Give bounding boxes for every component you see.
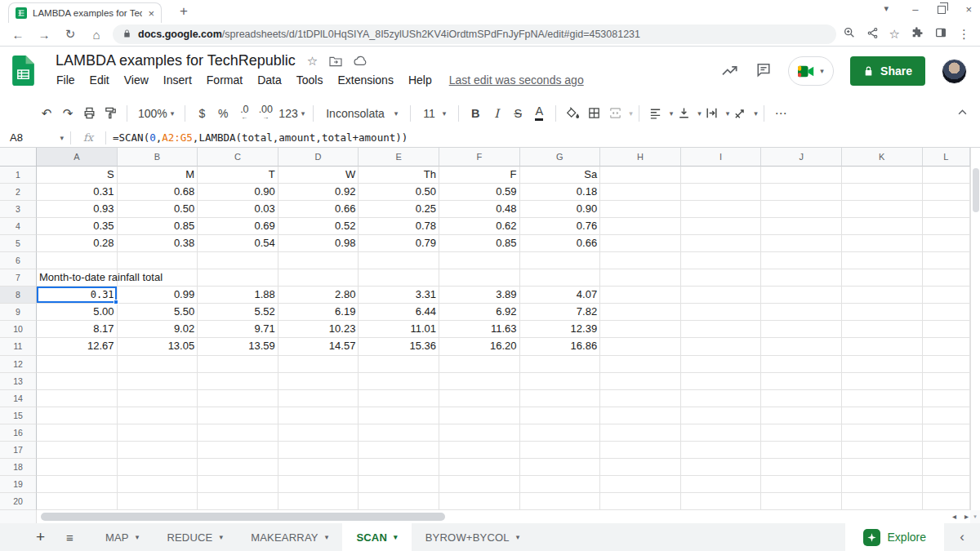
cell-H12[interactable] <box>600 356 681 373</box>
activity-icon[interactable] <box>721 62 739 80</box>
cell-A2[interactable]: 0.31 <box>37 184 118 201</box>
cell-I1[interactable] <box>681 167 762 184</box>
tab-search-icon[interactable]: ▾ <box>884 3 889 14</box>
cell-G2[interactable]: 0.18 <box>520 184 601 201</box>
extensions-puzzle-icon[interactable] <box>911 26 924 42</box>
cell-I12[interactable] <box>681 356 762 373</box>
row-header-6[interactable]: 6 <box>0 252 37 269</box>
cell-F9[interactable]: 6.92 <box>439 304 520 321</box>
collapse-sidebar-icon[interactable]: ‹ <box>944 529 980 545</box>
row-header-7[interactable]: 7 <box>0 269 37 287</box>
cell-F16[interactable] <box>439 424 520 442</box>
cell-F19[interactable] <box>439 476 520 493</box>
row-header-4[interactable]: 4 <box>0 218 37 235</box>
cell-B17[interactable] <box>118 442 198 459</box>
cell-G10[interactable]: 12.39 <box>520 321 601 338</box>
last-edit-link[interactable]: Last edit was seconds ago <box>449 73 584 87</box>
cell-I4[interactable] <box>681 218 762 235</box>
cell-A14[interactable] <box>37 390 118 407</box>
cell-F5[interactable]: 0.85 <box>439 235 520 252</box>
cell-G9[interactable]: 7.82 <box>520 304 601 321</box>
cell-H16[interactable] <box>600 424 681 442</box>
cell-F13[interactable] <box>439 373 520 390</box>
cell-H4[interactable] <box>600 218 681 235</box>
cell-D5[interactable]: 0.98 <box>278 235 359 252</box>
row-header-12[interactable]: 12 <box>0 356 37 373</box>
cell-F18[interactable] <box>439 459 520 476</box>
cell-J13[interactable] <box>761 373 842 390</box>
increase-decimal-icon[interactable]: .00→ <box>255 103 276 124</box>
vertical-scrollbar[interactable] <box>970 148 980 510</box>
cell-K2[interactable] <box>842 184 923 201</box>
cell-I10[interactable] <box>681 321 762 338</box>
cell-C5[interactable]: 0.54 <box>198 235 278 252</box>
cell-J4[interactable] <box>761 218 842 235</box>
borders-icon[interactable] <box>583 103 604 124</box>
cell-E2[interactable]: 0.50 <box>359 184 439 201</box>
cell-F17[interactable] <box>439 442 520 459</box>
cell-F12[interactable] <box>439 356 520 373</box>
row-header-5[interactable]: 5 <box>0 235 37 252</box>
cell-H8[interactable] <box>600 287 681 304</box>
sheet-tab-dropdown-icon[interactable]: ▾ <box>325 533 329 541</box>
cell-J2[interactable] <box>761 184 842 201</box>
cell-E1[interactable]: Th <box>359 167 439 184</box>
cell-E16[interactable] <box>359 424 439 442</box>
cell-G12[interactable] <box>520 356 601 373</box>
cell-C8[interactable]: 1.88 <box>198 287 278 304</box>
cell-G15[interactable] <box>520 407 601 424</box>
cell-K17[interactable] <box>842 442 923 459</box>
column-header-J[interactable]: J <box>761 148 842 167</box>
cell-C7[interactable] <box>198 269 278 287</box>
cell-A8[interactable]: 0.31 <box>37 287 118 304</box>
comment-icon[interactable] <box>755 62 772 81</box>
cell-I20[interactable] <box>681 493 762 510</box>
cell-L13[interactable] <box>923 373 970 390</box>
cell-B19[interactable] <box>118 476 198 493</box>
menu-file[interactable]: File <box>56 72 82 88</box>
cell-B8[interactable]: 0.99 <box>118 287 198 304</box>
column-header-E[interactable]: E <box>359 148 439 167</box>
cell-E12[interactable] <box>359 356 439 373</box>
meet-dropdown-icon[interactable]: ▾ <box>820 67 824 75</box>
cell-A4[interactable]: 0.35 <box>37 218 118 235</box>
cell-D17[interactable] <box>278 442 359 459</box>
column-header-B[interactable]: B <box>118 148 198 167</box>
cell-L8[interactable] <box>923 287 970 304</box>
cell-K16[interactable] <box>842 424 923 442</box>
cell-A12[interactable] <box>37 356 118 373</box>
cloud-status-icon[interactable] <box>354 56 368 66</box>
cell-A11[interactable]: 12.67 <box>37 338 118 355</box>
cell-B18[interactable] <box>118 459 198 476</box>
cell-H6[interactable] <box>600 252 681 269</box>
cell-A3[interactable]: 0.93 <box>37 201 118 218</box>
cell-L3[interactable] <box>923 201 970 218</box>
cell-K9[interactable] <box>842 304 923 321</box>
name-box-dropdown-icon[interactable]: ▾ <box>60 134 64 142</box>
cell-D19[interactable] <box>278 476 359 493</box>
bold-icon[interactable]: B <box>465 103 486 124</box>
cell-F8[interactable]: 3.89 <box>439 287 520 304</box>
row-header-10[interactable]: 10 <box>0 321 37 338</box>
cell-D20[interactable] <box>278 493 359 510</box>
cell-A6[interactable] <box>37 252 118 269</box>
cell-B16[interactable] <box>118 424 198 442</box>
cell-D14[interactable] <box>278 390 359 407</box>
add-sheet-button[interactable]: + <box>36 528 45 546</box>
cell-J1[interactable] <box>761 167 842 184</box>
format-percent-icon[interactable]: % <box>212 103 234 124</box>
cell-E13[interactable] <box>359 373 439 390</box>
cell-E15[interactable] <box>359 407 439 424</box>
menu-data[interactable]: Data <box>250 72 289 88</box>
column-header-G[interactable]: G <box>520 148 601 167</box>
cell-G11[interactable]: 16.86 <box>520 338 601 355</box>
cell-K7[interactable] <box>842 269 923 287</box>
scroll-right-icon[interactable]: ▸ <box>964 510 969 523</box>
cell-L17[interactable] <box>923 442 970 459</box>
cell-F20[interactable] <box>439 493 520 510</box>
cell-A7[interactable]: Month-to-date rainfall total <box>37 269 118 287</box>
cell-L19[interactable] <box>923 476 970 493</box>
collapse-toolbar-icon[interactable] <box>956 106 969 122</box>
sheets-logo[interactable] <box>12 56 34 89</box>
star-icon[interactable]: ☆ <box>307 54 318 69</box>
